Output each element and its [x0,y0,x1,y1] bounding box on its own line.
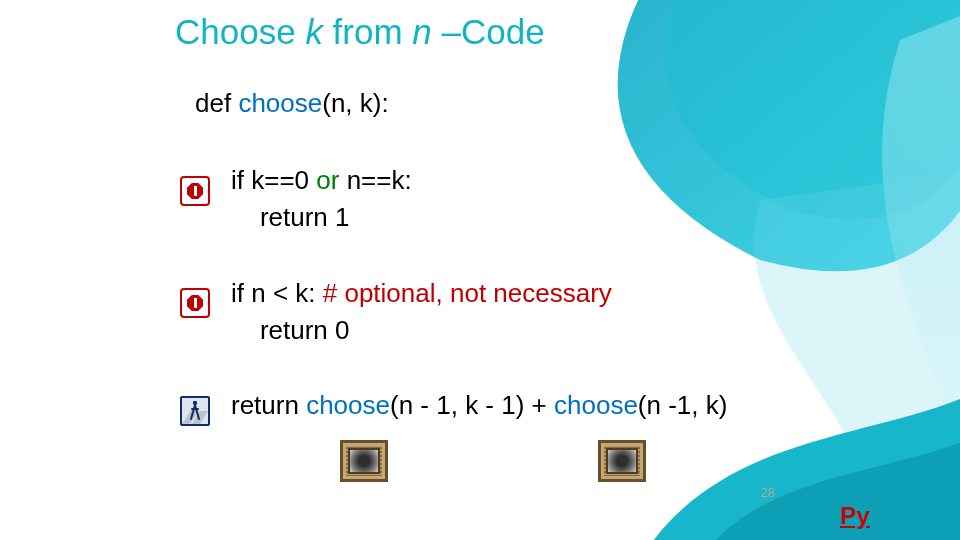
title-n: n [412,12,431,51]
title-k: k [305,12,323,51]
slide-title: Choose k from n –Code [175,12,545,52]
code-line-if1: if k==0 or n==k: [231,165,875,196]
title-text-pre: Choose [175,12,305,51]
ret3-mid: (n - 1, k - 1) + [390,390,554,420]
def-sig: (n, k): [322,88,388,118]
fn-name: choose [238,88,322,118]
kw-def: def [195,88,238,118]
if1-b: n==k: [339,165,411,195]
code-line-def: def choose(n, k): [195,88,875,119]
pedestrian-crossing-icon [180,396,210,426]
code-line-ret1: return 1 [231,202,875,233]
code-line-ret2: return 0 [231,315,875,346]
ret3-fn1: choose [306,390,390,420]
comment: # optional, not necessary [323,278,612,308]
ret3-fn2: choose [554,390,638,420]
title-text-post: –Code [432,12,545,51]
stop-sign-icon [180,288,210,318]
if2-a: if n < k: [231,278,323,308]
if1-a: if k==0 [231,165,316,195]
kw-or: or [316,165,339,195]
recursion-tunnel-icon [598,440,646,482]
ret3-a: return [231,390,306,420]
page-number: 28 [761,485,775,500]
python-tutor-link[interactable]: Py [840,502,870,530]
title-text-mid: from [323,12,412,51]
code-block: def choose(n, k): if k==0 or n==k: retur… [195,88,875,427]
stop-sign-icon [180,176,210,206]
code-line-ret3: return choose(n - 1, k - 1) + choose(n -… [231,390,875,421]
ret3-end: (n -1, k) [638,390,728,420]
slide: Choose k from n –Code def choose(n, k): … [0,0,960,540]
code-line-if2: if n < k: # optional, not necessary [231,278,875,309]
recursion-tunnel-icon [340,440,388,482]
